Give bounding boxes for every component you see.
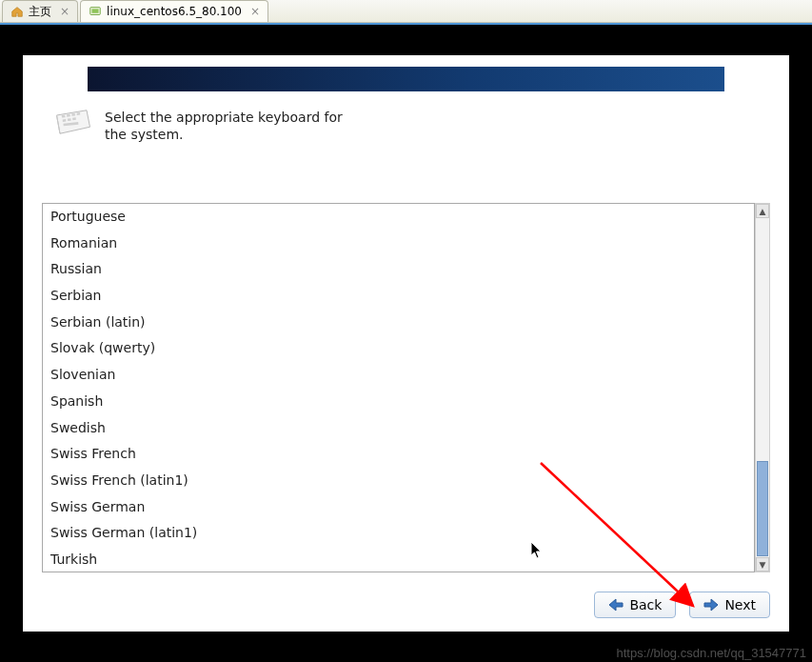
svg-rect-7	[68, 118, 71, 121]
home-icon	[10, 5, 24, 18]
list-item[interactable]: Slovak (qwerty)	[43, 335, 754, 362]
list-item[interactable]: Swiss French (latin1)	[43, 468, 754, 494]
prompt-row: Select the appropriate keyboard for the …	[23, 91, 789, 152]
keyboard-icon	[53, 109, 93, 137]
scrollbar[interactable]: ▲ ▼	[755, 203, 770, 572]
list-item[interactable]: Turkish	[43, 547, 754, 572]
list-item[interactable]: Romanian	[43, 231, 754, 257]
list-item[interactable]: Slovenian	[43, 362, 754, 389]
list-item[interactable]: Portuguese	[43, 204, 754, 231]
svg-rect-3	[67, 114, 70, 117]
header-bar	[88, 67, 724, 91]
tab-home[interactable]: 主页 ×	[2, 0, 78, 22]
list-item[interactable]: Swiss German	[43, 494, 754, 521]
svg-rect-8	[72, 117, 76, 120]
svg-rect-6	[63, 119, 67, 122]
svg-rect-5	[77, 112, 81, 115]
close-icon[interactable]: ×	[56, 5, 69, 18]
keyboard-listbox[interactable]: PortugueseRomanianRussianSerbianSerbian …	[42, 203, 755, 572]
vm-icon	[89, 5, 102, 18]
watermark: https://blog.csdn.net/qq_31547771	[617, 646, 807, 660]
list-item[interactable]: Russian	[43, 256, 754, 283]
tab-label: 主页	[29, 4, 51, 20]
tab-label: linux_centos6.5_80.100	[107, 5, 242, 18]
back-button[interactable]: Back	[594, 592, 676, 618]
prompt-text: Select the appropriate keyboard for the …	[105, 109, 343, 143]
list-item[interactable]: Swedish	[43, 415, 754, 442]
svg-rect-2	[62, 115, 66, 118]
list-item[interactable]: Serbian (latin)	[43, 310, 754, 336]
next-button[interactable]: Next	[689, 592, 770, 618]
prompt-line2: the system.	[105, 126, 343, 143]
close-icon[interactable]: ×	[247, 5, 260, 18]
tab-vm[interactable]: linux_centos6.5_80.100 ×	[80, 0, 268, 22]
keyboard-list-wrap: PortugueseRomanianRussianSerbianSerbian …	[42, 203, 770, 572]
tab-bar: 主页 × linux_centos6.5_80.100 ×	[0, 0, 812, 23]
list-item[interactable]: Swiss German (latin1)	[43, 520, 754, 547]
back-label: Back	[629, 597, 662, 612]
list-item[interactable]: Serbian	[43, 283, 754, 310]
list-item[interactable]: Swiss French	[43, 441, 754, 468]
arrow-right-icon	[703, 598, 719, 612]
installer-window: Select the appropriate keyboard for the …	[23, 55, 789, 632]
arrow-left-icon	[608, 598, 624, 612]
svg-rect-1	[92, 9, 99, 12]
scroll-up-icon[interactable]: ▲	[756, 204, 769, 218]
list-item[interactable]: Spanish	[43, 389, 754, 415]
prompt-line1: Select the appropriate keyboard for	[105, 109, 343, 126]
cursor-icon	[530, 541, 544, 560]
scroll-thumb[interactable]	[757, 461, 768, 556]
vm-console: Select the appropriate keyboard for the …	[0, 23, 812, 662]
scroll-down-icon[interactable]: ▼	[756, 557, 769, 572]
svg-rect-4	[71, 113, 75, 116]
button-row: Back Next	[594, 592, 770, 618]
next-label: Next	[724, 597, 756, 612]
